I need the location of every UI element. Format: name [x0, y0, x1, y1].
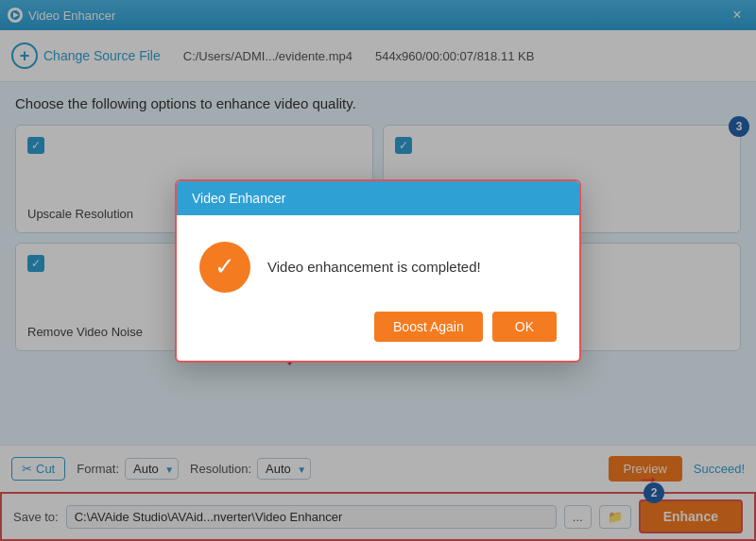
check-icon: ✓	[215, 252, 235, 281]
app-window: Video Enhancer × + Change Source File C:…	[0, 0, 756, 541]
success-icon: ✓	[199, 242, 250, 293]
modal-header: Video Enhancer	[177, 181, 579, 215]
modal-overlay: Video Enhancer ✓ Video enhancement is co…	[0, 0, 756, 541]
modal-dialog: Video Enhancer ✓ Video enhancement is co…	[175, 179, 581, 363]
modal-footer: Boost Again OK	[177, 312, 579, 361]
ok-button[interactable]: OK	[492, 312, 557, 342]
boost-again-button[interactable]: Boost Again	[374, 312, 483, 342]
modal-message: Video enhancement is completed!	[267, 259, 481, 275]
modal-body: ✓ Video enhancement is completed!	[177, 215, 579, 312]
